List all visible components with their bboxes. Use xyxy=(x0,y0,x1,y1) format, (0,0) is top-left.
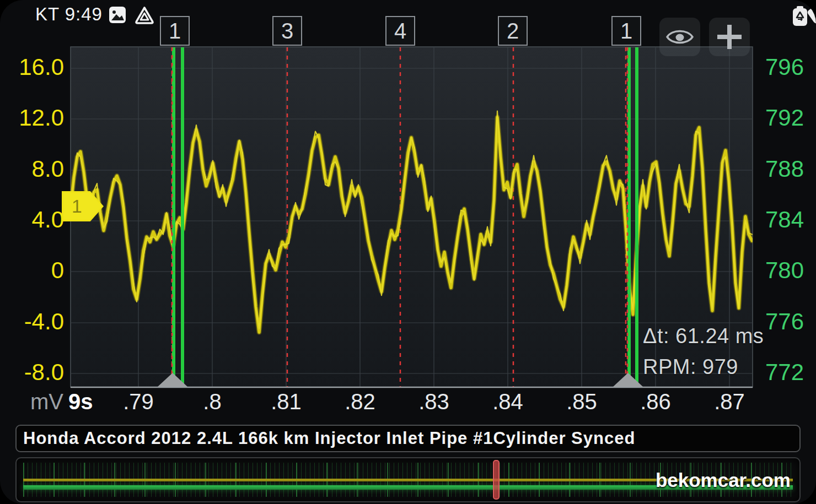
y-axis-left-tick: 4.0 xyxy=(10,207,64,233)
y-axis-right-tick: 784 xyxy=(765,207,816,233)
y-axis-left-tick: -8.0 xyxy=(10,359,64,386)
cylinder-marker-box[interactable]: 1 xyxy=(160,16,190,46)
channel-marker-label: 1 xyxy=(72,196,82,217)
y-axis-left-tick: 8.0 xyxy=(10,156,64,182)
y-axis-right-tick: 792 xyxy=(765,105,816,131)
phone-screen: KT 9:49 1 Δt: 6 xyxy=(0,0,816,504)
y-axis-right-tick: 776 xyxy=(765,308,816,335)
y-axis-left-tick: 16.0 xyxy=(10,54,64,80)
delta-t-readout: Δt: 61.24 ms xyxy=(643,324,764,348)
cylinder-marker-box[interactable]: 2 xyxy=(498,16,528,46)
y-axis-right-tick: 780 xyxy=(765,257,816,284)
recording-title: Honda Accord 2012 2.4L 166k km Injector … xyxy=(23,429,635,448)
plus-icon xyxy=(715,23,744,51)
watermark-label: bekomcar.com xyxy=(656,469,791,491)
eye-icon xyxy=(665,27,694,47)
rpm-readout: RPM: 979 xyxy=(643,355,738,379)
y-axis-left-tick: 12.0 xyxy=(10,105,64,131)
x-axis-tick: .86 xyxy=(628,389,683,414)
overview-position-marker[interactable] xyxy=(493,460,500,500)
recording-title-bar[interactable]: Honda Accord 2012 2.4L 166k km Injector … xyxy=(15,425,801,452)
y-axis-left-tick: -4.0 xyxy=(10,308,64,335)
y-axis-right-tick: 796 xyxy=(765,54,816,80)
cylinder-marker-box[interactable]: 4 xyxy=(385,16,415,46)
x-axis-tick: .81 xyxy=(259,389,314,414)
x-axis-tick: .87 xyxy=(702,389,757,414)
x-axis-tick: .85 xyxy=(554,389,609,414)
eye-button[interactable] xyxy=(659,18,700,56)
data-saver-icon xyxy=(134,6,155,25)
x-axis-tick: .8 xyxy=(185,389,240,414)
x-axis-tick: .83 xyxy=(406,389,461,414)
x-axis-tick: .82 xyxy=(332,389,388,414)
recording-overview-strip[interactable]: bekomcar.com xyxy=(15,457,801,502)
add-button[interactable] xyxy=(709,18,750,56)
x-axis-units: mV 9s xyxy=(30,389,93,414)
carrier-time-label: KT 9:49 xyxy=(35,4,103,25)
x-axis-tick: .84 xyxy=(480,389,535,414)
gallery-icon xyxy=(109,6,126,24)
y-axis-right-tick: 788 xyxy=(765,156,816,182)
cylinder-marker-box[interactable]: 1 xyxy=(611,16,641,46)
time-window-label: 9s xyxy=(68,389,93,414)
y-unit-label: mV xyxy=(30,389,63,414)
x-axis-tick: .79 xyxy=(111,389,166,414)
cylinder-marker-box[interactable]: 3 xyxy=(272,16,302,46)
y-axis-right-tick: 772 xyxy=(765,359,816,386)
battery-saver-icon xyxy=(792,5,808,27)
y-axis-left-tick: 0 xyxy=(10,257,64,284)
